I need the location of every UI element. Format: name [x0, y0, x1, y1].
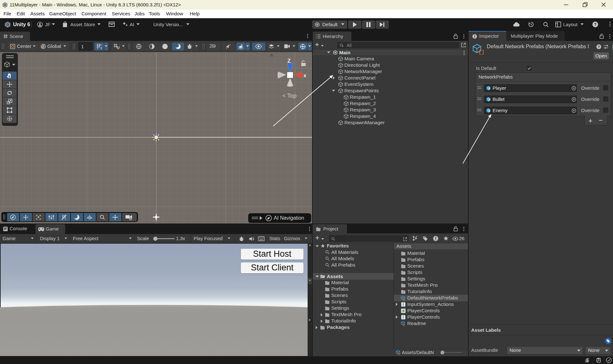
svg-text:#: #: [402, 309, 404, 313]
svg-text:?: ?: [598, 45, 600, 49]
svg-text:{}: {}: [478, 49, 484, 55]
svg-text:Z: Z: [287, 58, 291, 64]
svg-text:?: ?: [594, 22, 597, 27]
svg-text:Y: Y: [100, 47, 102, 49]
svg-text:x: x: [303, 73, 306, 78]
